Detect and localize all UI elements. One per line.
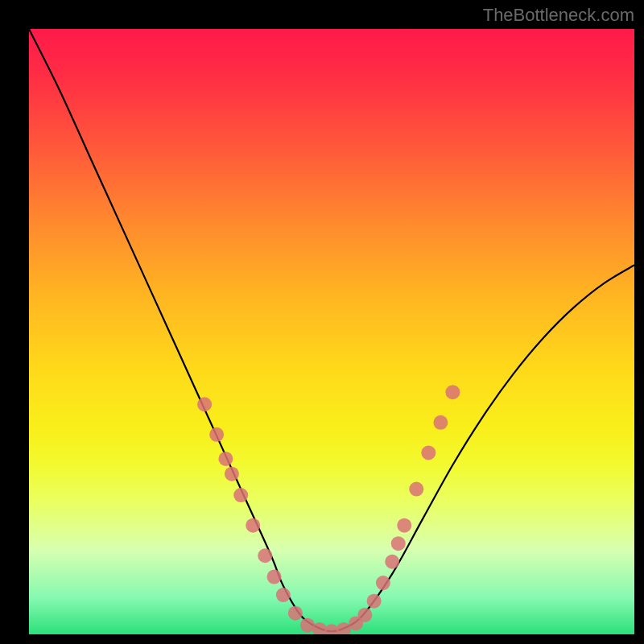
watermark-text: TheBottleneck.com [483, 5, 634, 26]
marker-point [397, 518, 411, 533]
marker-point [218, 452, 233, 466]
marker-point [225, 467, 239, 481]
marker-point [385, 555, 399, 569]
marker-group [197, 385, 460, 634]
curve-group [29, 29, 634, 631]
marker-point [357, 608, 372, 622]
marker-point [433, 415, 448, 430]
marker-point [197, 397, 212, 411]
bottleneck-curve [29, 29, 634, 631]
marker-point [376, 576, 390, 590]
marker-point [409, 482, 423, 497]
marker-point [209, 427, 224, 442]
marker-point [367, 594, 382, 609]
marker-point [246, 518, 260, 533]
marker-point [288, 606, 303, 621]
marker-point [421, 445, 436, 460]
marker-point [445, 385, 460, 399]
marker-point [258, 548, 272, 563]
marker-point [276, 588, 291, 602]
marker-point [233, 488, 248, 502]
marker-point [391, 536, 406, 551]
marker-point [267, 570, 282, 584]
chart-svg [29, 29, 634, 634]
plot-area [29, 29, 634, 634]
